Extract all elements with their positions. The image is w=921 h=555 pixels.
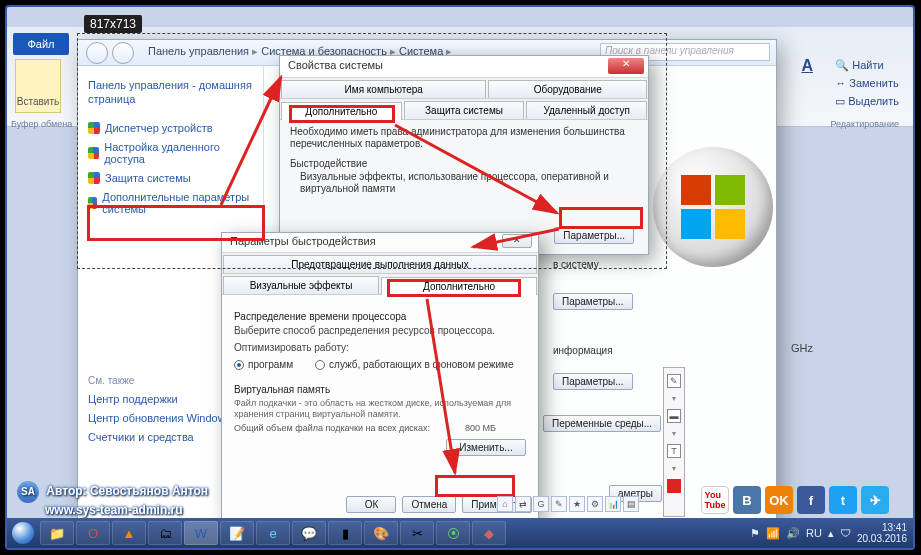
performance-settings-button[interactable]: Параметры... [554,227,634,244]
remote-settings-link[interactable]: Настройка удаленного доступа [88,141,253,165]
dimension-badge: 817x713 [84,15,142,33]
color-swatch[interactable] [667,479,681,493]
tray-icon[interactable]: ⚙ [587,496,603,512]
system-protection-link[interactable]: Защита системы [88,172,253,184]
back-button[interactable] [86,42,108,64]
tab-visual-effects[interactable]: Визуальные эффекты [223,276,379,294]
device-manager-link[interactable]: Диспетчер устройств [88,122,253,134]
shield-icon [88,147,99,159]
file-tab[interactable]: Файл [13,33,69,55]
env-vars-button[interactable]: Переменные среды... [543,415,661,432]
clipboard-group-label: Буфер обмена [11,119,72,129]
start-button[interactable] [7,518,39,548]
social-icons: YouTube B OK f t ✈ [701,486,889,514]
tray-flag-icon[interactable]: ⚑ [750,527,760,540]
windows-logo [653,147,773,267]
taskbar-app-chat[interactable]: 💬 [292,521,326,545]
taskbar-app-notepad[interactable]: 📝 [220,521,254,545]
tab-hardware[interactable]: Оборудование [488,80,647,98]
cancel-button[interactable]: Отмена [402,496,456,513]
highlighter-tool[interactable]: ▬ [667,409,681,423]
shield-icon [88,122,100,134]
performance-group-desc: Визуальные эффекты, использование процес… [290,171,638,195]
vm-heading: Виртуальная память [234,384,526,395]
tray-network-icon[interactable]: 📶 [766,527,780,540]
taskbar-app-opera[interactable]: O [76,521,110,545]
ok-icon[interactable]: OK [765,486,793,514]
tab-system-protection[interactable]: Защита системы [404,101,525,119]
params-button-1[interactable]: Параметры... [553,293,633,310]
radio-services-label: служб, работающих в фоновом режиме [329,359,513,370]
taskbar-app-camtasia[interactable]: ⦿ [436,521,470,545]
taskbar-app-terminal[interactable]: ▮ [328,521,362,545]
taskbar-app-snip[interactable]: ✂ [400,521,434,545]
replace-button[interactable]: ↔ Заменить [835,75,899,91]
shield-icon [88,172,100,184]
tray-icon[interactable]: G [533,496,549,512]
telegram-icon[interactable]: ✈ [861,486,889,514]
ok-button[interactable]: ОК [346,496,396,513]
performance-options-dialog: Параметры быстродействия ✕ Предотвращени… [221,232,539,520]
advanced-system-settings-link[interactable]: Дополнительные параметры системы [88,191,253,215]
tray-icon[interactable]: ✎ [551,496,567,512]
dialog-title: Параметры быстродействия [230,235,376,247]
vm-total-value: 800 МБ [465,423,496,433]
tab-computer-name[interactable]: Имя компьютера [281,80,486,98]
taskbar-app-explorer[interactable]: 📁 [40,521,74,545]
taskbar-app-vlc[interactable]: ▲ [112,521,146,545]
control-panel-home-link[interactable]: Панель управления - домашняя страница [88,78,253,106]
text-tool[interactable]: T [667,444,681,458]
taskbar-app-word[interactable]: W [184,521,218,545]
tab-remote[interactable]: Удаленный доступ [526,101,647,119]
tray-icon[interactable]: ★ [569,496,585,512]
tray-icon[interactable]: ▤ [623,496,639,512]
select-button[interactable]: ▭ Выделить [835,93,899,109]
vm-change-button[interactable]: Изменить... [446,439,526,456]
taskbar-app-paint[interactable]: 🎨 [364,521,398,545]
author-badge: SA [17,481,39,503]
vk-icon[interactable]: B [733,486,761,514]
paste-button[interactable]: Вставить [15,59,61,113]
optimize-label: Оптимизировать работу: [234,342,526,353]
close-button[interactable]: ✕ [502,234,532,248]
login-section-label: в систему [553,259,599,270]
twitter-icon[interactable]: t [829,486,857,514]
info-section-label: информация [553,345,613,356]
tray-chevron-icon[interactable]: ▴ [828,527,834,540]
editing-group-label: Редактирование [830,119,899,129]
cpu-ghz-text: GHz [791,342,813,354]
font-color-sample: A [801,57,813,75]
tray-icon[interactable]: ⌂ [497,496,513,512]
vm-description: Файл подкачки - это область на жестком д… [234,398,526,420]
radio-programs[interactable] [234,360,244,370]
facebook-icon[interactable]: f [797,486,825,514]
tray-shield-icon[interactable]: 🛡 [840,527,851,539]
tray-icon[interactable]: 📊 [605,496,621,512]
taskbar-clock[interactable]: 13:41 20.03.2016 [857,522,907,544]
forward-button[interactable] [112,42,134,64]
youtube-icon[interactable]: YouTube [701,486,729,514]
shield-icon [88,197,97,209]
tab-dep[interactable]: Предотвращение выполнения данных [223,255,537,273]
tab-advanced[interactable]: Дополнительно [281,102,402,120]
tab-advanced-perf[interactable]: Дополнительно [381,277,537,295]
params-button-2[interactable]: Параметры... [553,373,633,390]
dialog-title: Свойства системы [288,59,383,71]
vm-total-label: Общий объем файла подкачки на всех диска… [234,423,430,433]
quick-launch-icons: ⌂ ⇄ G ✎ ★ ⚙ 📊 ▤ [497,496,639,512]
tray-icon[interactable]: ⇄ [515,496,531,512]
taskbar-app-misc[interactable]: ◆ [472,521,506,545]
taskbar-app-folder[interactable]: 🗂 [148,521,182,545]
windows-taskbar: 📁 O ▲ 🗂 W 📝 e 💬 ▮ 🎨 ✂ ⦿ ◆ ⚑ 📶 🔊 RU ▴ 🛡 1… [7,518,913,548]
admin-note: Необходимо иметь права администратора дл… [290,126,638,150]
find-button[interactable]: 🔍 Найти [835,57,899,73]
system-properties-dialog: Свойства системы ✕ Имя компьютера Оборуд… [279,55,649,255]
tray-volume-icon[interactable]: 🔊 [786,527,800,540]
taskbar-app-browser[interactable]: e [256,521,290,545]
scheduling-sub: Выберите способ распределения ресурсов п… [234,325,526,336]
video-watermark: SA Автор: Севостьянов Антон www.sys-team… [17,481,208,518]
language-indicator[interactable]: RU [806,527,822,539]
close-button[interactable]: ✕ [608,58,644,74]
pen-tool[interactable]: ✎ [667,374,681,388]
radio-services[interactable] [315,360,325,370]
